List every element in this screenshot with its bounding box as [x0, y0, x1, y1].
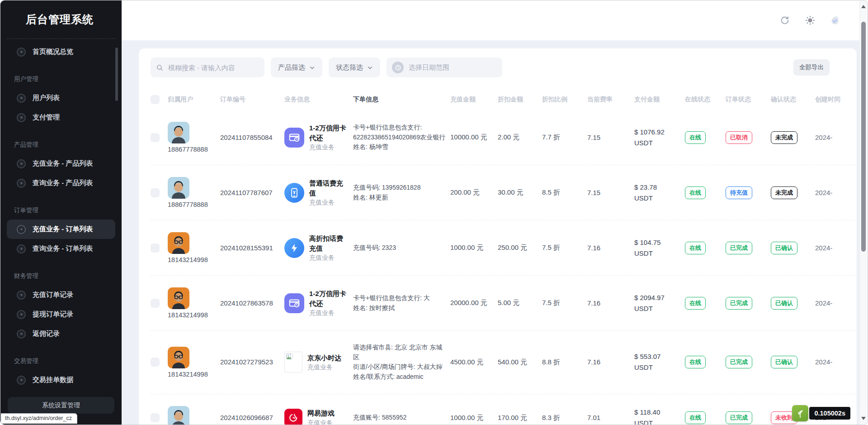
date-range-picker[interactable]: 选择日期范围	[387, 57, 502, 77]
business-name: 高折扣话费充值	[309, 234, 349, 253]
created-time: 2024-	[815, 189, 832, 196]
record-icon	[17, 329, 26, 339]
record-icon	[17, 48, 26, 57]
scroll-up-arrow-icon[interactable]	[861, 5, 866, 8]
sidebar-item-recharge-products[interactable]: 充值业务 - 产品列表	[7, 154, 115, 173]
app-title: 后台管理系统	[0, 0, 122, 27]
user-phone: 18143214998	[168, 311, 217, 319]
record-icon	[17, 376, 26, 385]
online-status-badge: 在线	[685, 131, 706, 144]
record-icon	[17, 291, 26, 300]
chevron-down-icon	[309, 65, 315, 71]
order-status-badge: 已完成	[726, 411, 752, 424]
avatar	[168, 347, 189, 368]
select-all-checkbox[interactable]	[151, 95, 160, 104]
page-scrollbar[interactable]	[859, 1, 867, 424]
business-type: 充值业务	[309, 309, 349, 317]
sidebar-section-products: 产品管理	[0, 136, 122, 154]
business-name: 普通话费充值	[309, 178, 349, 198]
pay-amount: $ 118.40USDT	[634, 407, 672, 425]
avatar	[168, 406, 189, 425]
sidebar-item-user-list[interactable]: 用户列表	[7, 88, 115, 108]
sidebar-section-orders: 订单管理	[0, 201, 122, 220]
record-icon	[17, 225, 26, 234]
recharge-amount: 20000.00 元	[450, 298, 487, 308]
scroll-down-arrow-icon[interactable]	[861, 417, 866, 420]
record-icon	[17, 179, 26, 188]
sidebar-section-users: 用户管理	[0, 70, 122, 88]
order-info: 充值号码: 2323	[353, 243, 450, 253]
netease-music-icon	[284, 409, 302, 425]
credit-card-icon	[284, 293, 304, 313]
product-filter-dropdown[interactable]: 产品筛选	[271, 57, 322, 77]
broken-image-icon	[284, 352, 302, 372]
table-row: 18143214998 20241027863578 1-2万信用卡代还 充值业…	[151, 275, 856, 330]
discount-ratio: 7.7 折	[542, 133, 560, 141]
table-row: 20241026096687 网易游戏 充值业务 充值账号: 5855952	[151, 394, 856, 425]
row-checkbox[interactable]	[151, 358, 160, 367]
discount-ratio: 8.8 折	[542, 358, 560, 366]
user-phone: 18867778888	[168, 201, 217, 208]
pay-amount: $ 23.78USDT	[634, 182, 672, 204]
discount-ratio: 8.3 折	[542, 414, 560, 421]
export-all-button[interactable]: 全部导出	[793, 59, 830, 76]
sidebar-item-recharge-records[interactable]: 充值订单记录	[7, 285, 115, 305]
discount-ratio: 7.5 折	[542, 244, 560, 251]
sidebar-section-trade: 交易管理	[0, 352, 122, 370]
sidebar-item-query-products[interactable]: 查询业务 - 产品列表	[7, 173, 115, 193]
business-type: 充值业务	[309, 143, 349, 152]
user-phone: 18143214998	[168, 371, 217, 378]
order-info: 请选择省市县: 北京 北京市 东城区 街道/小区/商场门牌号: 大叔大婶 姓名/…	[353, 343, 450, 382]
sidebar-item-withdraw-records[interactable]: 提现订单记录	[7, 305, 115, 324]
row-checkbox[interactable]	[151, 244, 160, 253]
sidebar-item-home[interactable]: 首页概况总览	[7, 42, 115, 62]
order-info: 卡号+银行信息包含支行: 大 姓名: 按时擦拭	[353, 293, 450, 313]
row-checkbox[interactable]	[151, 413, 160, 422]
row-checkbox[interactable]	[151, 188, 160, 197]
status-filter-dropdown[interactable]: 状态筛选	[329, 57, 380, 77]
discount-ratio: 8.5 折	[542, 188, 560, 196]
scrollbar-thumb[interactable]	[861, 22, 866, 252]
clock-icon	[392, 62, 404, 73]
sidebar-item-payment-mgmt[interactable]: 支付管理	[7, 108, 115, 127]
pay-amount: $ 2094.97USDT	[634, 292, 672, 314]
verified-badge-icon[interactable]	[830, 14, 841, 26]
sidebar-item-query-orders[interactable]: 查询业务 - 订单列表	[7, 239, 115, 258]
discount-amount: 5.00 元	[498, 298, 519, 308]
table-row: 18867778888 20241107855084 1-2万信用卡代还 充值业…	[151, 110, 856, 165]
system-settings-button[interactable]: 系统设置管理	[8, 397, 114, 414]
online-status-badge: 在线	[685, 186, 706, 199]
order-status-badge: 已完成	[726, 242, 752, 254]
confirm-status-badge: 未完成	[771, 186, 797, 199]
page-timer-overlay: 0.105002s	[792, 405, 850, 421]
user-phone: 18143214998	[168, 256, 217, 263]
refresh-icon[interactable]	[779, 14, 791, 26]
search-input[interactable]	[168, 64, 259, 72]
pay-amount: $ 553.07USDT	[634, 351, 672, 373]
order-status-badge: 待充值	[726, 186, 752, 199]
discount-amount: 170.00 元	[498, 413, 527, 423]
sidebar-item-trade-orders[interactable]: 交易挂单数据	[7, 370, 115, 390]
table-row: 18867778888 20241107787607 普通话费充值 充值业务	[151, 165, 856, 220]
leaf-icon[interactable]	[792, 405, 808, 421]
sidebar-scrollbar-thumb[interactable]	[115, 48, 118, 101]
order-number: 20241027279523	[220, 358, 273, 366]
order-info: 卡号+银行信息包含支行: 6228233865194020869农业银行 姓名:…	[353, 123, 450, 152]
sidebar-item-recharge-orders[interactable]: 充值业务 - 订单列表	[7, 220, 115, 239]
record-icon	[17, 113, 26, 122]
search-icon	[156, 63, 164, 72]
discount-ratio: 7.5 折	[542, 299, 560, 306]
credit-card-icon	[284, 128, 304, 148]
current-rate: 7.16	[587, 244, 600, 252]
search-box	[151, 57, 264, 77]
current-rate: 7.01	[587, 414, 600, 421]
created-time: 2024-	[815, 134, 832, 141]
business-type: 充值业务	[307, 419, 349, 425]
online-status-badge: 在线	[685, 411, 706, 424]
theme-sun-icon[interactable]	[804, 14, 816, 26]
row-checkbox[interactable]	[151, 299, 160, 308]
row-checkbox[interactable]	[151, 133, 160, 142]
orders-table: 归属用户 订单编号 业务信息 下单信息 充值金额 折扣金额 折扣比例 当前费率 …	[151, 89, 856, 425]
sidebar-item-rebate-records[interactable]: 返佣记录	[7, 324, 115, 344]
topbar	[122, 0, 859, 40]
